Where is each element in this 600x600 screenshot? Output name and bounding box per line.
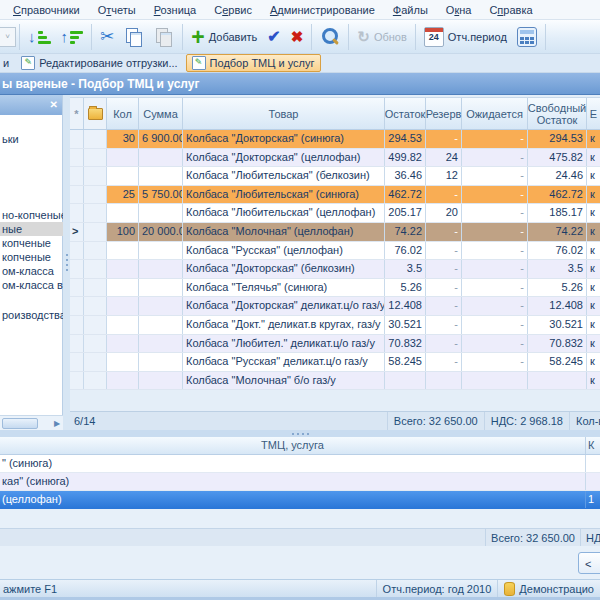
back-button[interactable]: <: [578, 552, 600, 574]
sort-ascending-button[interactable]: ↑: [56, 28, 89, 46]
column-header-qty-partial[interactable]: К: [586, 437, 600, 454]
menu-item-7[interactable]: Справка: [480, 2, 541, 18]
horizontal-scrollbar[interactable]: ▶: [0, 415, 63, 430]
tree-item-7[interactable]: роизводства: [0, 308, 63, 322]
column-header-tovar[interactable]: Товар: [183, 98, 385, 129]
tree-item-5[interactable]: ом-класса: [0, 264, 63, 278]
cell-svobodny: 30.521: [528, 316, 587, 334]
column-header-ozhidaetsya[interactable]: Ожидается: [462, 98, 528, 129]
combo-dropdown-icon[interactable]: ˅: [0, 27, 16, 47]
menu-item-3[interactable]: Сервис: [205, 2, 261, 18]
add-button[interactable]: + Добавить: [186, 26, 262, 48]
edit-form-icon: ✎: [21, 56, 35, 70]
column-header-ed[interactable]: Е: [587, 98, 600, 129]
column-header-marker[interactable]: *: [70, 98, 84, 129]
cell-folder: [84, 316, 107, 334]
vertical-splitter[interactable]: [63, 95, 70, 430]
tab-label: Редактирование отгрузки...: [39, 57, 177, 69]
cell-qty: 1: [586, 491, 600, 508]
column-header-rezerv[interactable]: Резерв: [426, 98, 462, 129]
menu-item-1[interactable]: Отчеты: [89, 2, 145, 18]
selected-items-rows: " (синюга)кая" (синюга)(целлофан)1: [0, 455, 600, 509]
cell-summa: [139, 279, 183, 297]
search-button[interactable]: [315, 25, 345, 49]
cell-rezerv: -: [426, 186, 462, 204]
cell-ozhidaetsya: -: [462, 167, 528, 185]
scissors-icon: ✂: [100, 28, 114, 46]
refresh-icon: ↻: [357, 28, 370, 46]
cell-ozhidaetsya: -: [462, 353, 528, 371]
goods-row-3[interactable]: 255 750.00Колбаса "Любительская" (синюга…: [70, 186, 600, 205]
cell-kol: [107, 316, 139, 334]
goods-row-5[interactable]: >10020 000.00Колбаса "Молочная" (целлофа…: [70, 223, 600, 242]
column-header-ostatok[interactable]: Остаток: [385, 98, 426, 129]
menu-item-5[interactable]: Файлы: [384, 2, 437, 18]
goods-row-11[interactable]: Колбаса "Любител." деликат.ц/о газ/у70.8…: [70, 335, 600, 354]
close-icon[interactable]: ✕: [50, 100, 58, 110]
tree-item-6[interactable]: ом-класса в за: [0, 278, 63, 292]
column-header-svobodny[interactable]: Свободный Остаток: [528, 98, 587, 129]
menu-item-6[interactable]: Окна: [437, 2, 481, 18]
tree-item-2[interactable]: ные: [0, 222, 63, 236]
goods-row-4[interactable]: Колбаса "Любительская" (целлофан)205.172…: [70, 204, 600, 223]
cell-svobodny: 185.17: [528, 204, 587, 222]
calculator-button[interactable]: [512, 25, 542, 49]
cell-summa: [139, 242, 183, 260]
selected-item-row-1[interactable]: кая" (синюга): [0, 473, 600, 491]
toolbar-separator: [415, 24, 416, 50]
tree-item-4[interactable]: копченые: [0, 250, 63, 264]
goods-row-9[interactable]: Колбаса "Докторская" деликат.ц/о газ/у12…: [70, 297, 600, 316]
toolbar-separator: [91, 24, 92, 50]
cell-ostatok: [385, 372, 426, 390]
cell-tovar: Колбаса "Любительская" (целлофан): [183, 204, 385, 222]
tree-item-0[interactable]: ьки: [0, 132, 63, 146]
toolbar: ˅ ↓ ↑ ✂ + Добавить ✔ ✖: [0, 20, 600, 54]
selected-item-row-2[interactable]: (целлофан)1: [0, 491, 600, 509]
category-tree: ькино-копченыеныекопченыекопченыеом-клас…: [0, 115, 63, 410]
goods-row-2[interactable]: Колбаса "Любительская" (белкозин)36.4612…: [70, 167, 600, 186]
cell-summa: [139, 204, 183, 222]
goods-row-8[interactable]: Колбаса "Телячья" (синюга)5.26--5.26к: [70, 279, 600, 298]
report-period-button[interactable]: 24 Отч.период: [419, 25, 512, 49]
cut-button[interactable]: ✂: [95, 26, 119, 48]
cell-ed: к: [587, 279, 600, 297]
cell-tovar: Колбаса "Докт." деликат.в кругах, газ/у: [183, 316, 385, 334]
goods-row-13[interactable]: Колбаса "Молочная" б/о газ/ук: [70, 372, 600, 391]
tab-partial[interactable]: и: [0, 55, 15, 71]
column-header-summa[interactable]: Сумма: [139, 98, 183, 129]
column-header-kol[interactable]: Кол: [107, 98, 139, 129]
goods-row-1[interactable]: Колбаса "Докторская" (целлофан)499.8224-…: [70, 149, 600, 168]
menu-item-0[interactable]: Справочники: [4, 2, 89, 18]
scrollbar-thumb[interactable]: [2, 418, 38, 429]
horizontal-splitter[interactable]: [0, 430, 600, 437]
cell-ostatok: 58.245: [385, 353, 426, 371]
refresh-button[interactable]: ↻ Обнов: [352, 26, 411, 48]
goods-row-0[interactable]: 306 900.00Колбаса "Докторская" (синюга)2…: [70, 130, 600, 149]
scrollbar-right-arrow-icon[interactable]: ▶: [51, 419, 63, 428]
menu-item-2[interactable]: Розница: [145, 2, 206, 18]
column-header-tmc[interactable]: ТМЦ, услуга: [0, 437, 586, 454]
selected-item-row-0[interactable]: " (синюга): [0, 455, 600, 473]
confirm-button[interactable]: ✔: [262, 25, 285, 48]
cell-ostatok: 30.521: [385, 316, 426, 334]
menu-item-4[interactable]: Администрирование: [261, 2, 384, 18]
plus-icon: +: [191, 28, 204, 46]
cell-tovar: Колбаса "Любительская" (синюга): [183, 186, 385, 204]
tree-item-1[interactable]: но-копченые: [0, 208, 63, 222]
column-header-folder[interactable]: [84, 98, 107, 129]
delete-button[interactable]: ✖: [286, 26, 309, 48]
cell-rezerv: -: [426, 130, 462, 148]
goods-row-7[interactable]: Колбаса "Докторская" (белкозин)3.5--3.5к: [70, 260, 600, 279]
cell-marker: [70, 130, 84, 148]
cell-folder: [84, 223, 107, 241]
goods-row-12[interactable]: Колбаса "Русская" деликат.ц/о газ/у58.24…: [70, 353, 600, 372]
copy-button[interactable]: [119, 25, 149, 49]
tab-edit-shipment[interactable]: ✎ Редактирование отгрузки...: [15, 54, 183, 72]
goods-row-10[interactable]: Колбаса "Докт." деликат.в кругах, газ/у3…: [70, 316, 600, 335]
cell-ed: к: [587, 223, 600, 241]
paste-button[interactable]: [149, 25, 179, 49]
goods-row-6[interactable]: Колбаса "Русская" (целлофан)76.02--76.02…: [70, 242, 600, 261]
tab-select-goods[interactable]: ✎ Подбор ТМЦ и услуг: [186, 54, 321, 72]
tree-item-3[interactable]: копченые: [0, 236, 63, 250]
sort-descending-button[interactable]: ↓: [23, 28, 56, 46]
